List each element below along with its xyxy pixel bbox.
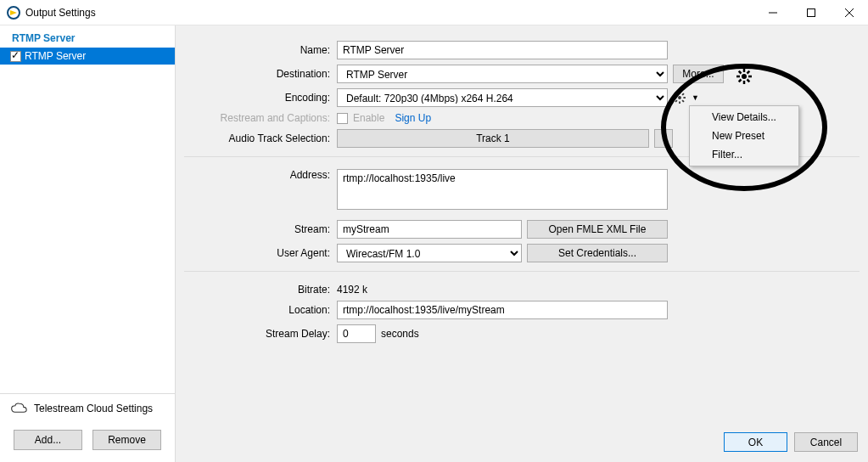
- location-label: Location:: [184, 304, 337, 316]
- menu-item-view-details[interactable]: View Details...: [692, 108, 797, 127]
- encoding-label: Encoding:: [184, 92, 337, 104]
- app-icon: [7, 6, 20, 20]
- destination-select[interactable]: RTMP Server: [337, 65, 668, 83]
- restream-signup-link[interactable]: Sign Up: [395, 112, 431, 124]
- sidebar-item-label: RTMP Server: [25, 50, 86, 62]
- cloud-settings-label: Telestream Cloud Settings: [34, 403, 153, 414]
- user-agent-label: User Agent:: [184, 247, 337, 259]
- sidebar-item-rtmp-server[interactable]: RTMP Server: [0, 48, 175, 65]
- svg-rect-2: [807, 8, 815, 16]
- bitrate-value: 4192 k: [337, 284, 367, 296]
- cancel-button[interactable]: Cancel: [794, 432, 858, 452]
- name-input[interactable]: [337, 41, 668, 59]
- sidebar-item-checkbox[interactable]: [10, 51, 21, 62]
- cloud-icon: [10, 403, 27, 414]
- user-agent-select[interactable]: Wirecast/FM 1.0: [337, 244, 522, 262]
- title-bar: Output Settings: [0, 0, 868, 25]
- stream-delay-unit: seconds: [381, 328, 419, 340]
- name-label: Name:: [184, 44, 337, 56]
- encoding-context-menu: View Details... New Preset Filter...: [689, 105, 799, 166]
- menu-item-filter[interactable]: Filter...: [692, 145, 797, 164]
- close-button[interactable]: [830, 0, 868, 25]
- stream-delay-label: Stream Delay:: [184, 328, 337, 340]
- add-button[interactable]: Add...: [14, 430, 82, 450]
- dropdown-caret-icon[interactable]: ▼: [692, 93, 699, 102]
- restream-enable-checkbox[interactable]: [337, 113, 348, 124]
- location-input[interactable]: [337, 301, 668, 319]
- svg-line-12: [675, 100, 677, 102]
- svg-line-10: [675, 93, 677, 95]
- maximize-button[interactable]: [792, 0, 830, 25]
- main-panel: Name: Destination: RTMP Server More... E…: [176, 25, 868, 462]
- audio-track-button[interactable]: Track 1: [337, 129, 649, 148]
- window-title: Output Settings: [25, 7, 753, 19]
- menu-item-new-preset[interactable]: New Preset: [692, 127, 797, 145]
- stream-delay-input[interactable]: [337, 324, 376, 343]
- stream-label: Stream:: [184, 223, 337, 235]
- address-input[interactable]: rtmp://localhost:1935/live: [337, 169, 668, 210]
- sidebar-header: RTMP Server: [0, 25, 175, 48]
- audio-track-label: Audio Track Selection:: [184, 132, 337, 144]
- svg-line-13: [682, 93, 684, 95]
- remove-button[interactable]: Remove: [92, 430, 161, 450]
- restream-label: Restream and Captions:: [184, 112, 337, 124]
- more-button[interactable]: More...: [673, 65, 724, 83]
- bitrate-label: Bitrate:: [184, 284, 337, 296]
- open-fmle-button[interactable]: Open FMLE XML File: [527, 220, 668, 239]
- encoding-gear-icon[interactable]: [673, 91, 686, 104]
- stream-input[interactable]: [337, 220, 522, 239]
- address-label: Address:: [184, 169, 337, 181]
- ok-button[interactable]: OK: [724, 432, 787, 452]
- minimize-button[interactable]: [753, 0, 792, 25]
- encoding-select[interactable]: Default: 720p30 (4Mbps) x264 H.264: [337, 88, 668, 107]
- svg-point-5: [678, 96, 681, 99]
- destination-label: Destination:: [184, 68, 337, 80]
- audio-track-aux-button[interactable]: [654, 129, 673, 148]
- restream-enable-label: Enable: [353, 112, 384, 124]
- telestream-cloud-settings[interactable]: Telestream Cloud Settings: [0, 393, 175, 423]
- sidebar: RTMP Server RTMP Server Telestream Cloud…: [0, 25, 176, 462]
- svg-line-11: [682, 100, 684, 102]
- set-credentials-button[interactable]: Set Credentials...: [527, 244, 668, 262]
